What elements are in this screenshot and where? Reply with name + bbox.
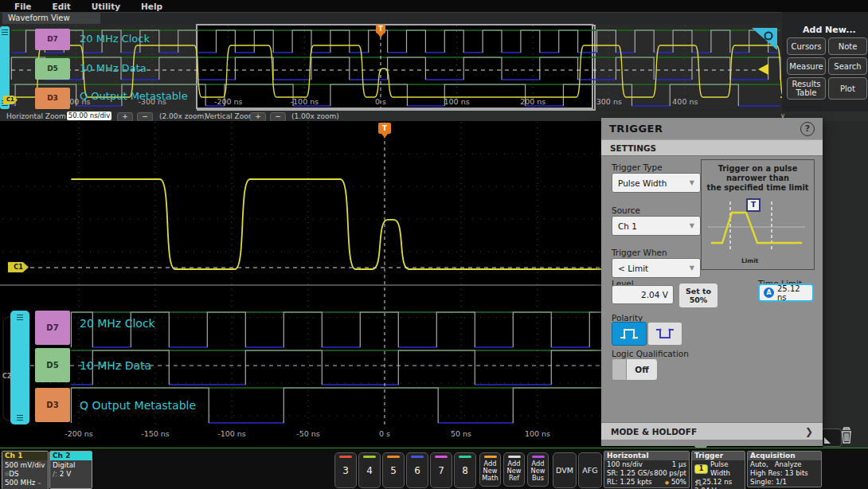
add-new-bus-button[interactable]: Add New Bus [527,452,549,487]
ch2-badge[interactable]: Ch 2 Digital ∕: 2 V [49,451,92,489]
dvm-button[interactable]: DVM [553,452,577,488]
ch1-bandwidth: 500 MHz [5,479,35,487]
d7-badge-main[interactable]: D7 [35,311,70,345]
acquisition-badge[interactable]: Acquisition Auto, Analyze High Res: 13 b… [747,451,822,487]
channel-7-button[interactable]: 7 [430,452,452,488]
add-cursors-button[interactable]: Cursors [787,37,826,55]
horizontal-badge[interactable]: Horizontal 100 ns/div1 µs SR: 1.25 GS/s8… [604,451,690,488]
menu-file[interactable]: File [14,2,32,11]
dvm-label: DVM [556,466,573,475]
digital-group-handle[interactable] [10,311,29,424]
channel-4-button[interactable]: 4 [358,452,381,488]
trigger-badge[interactable]: Trigger 1 Pulse Width < 25.12 ns 2.04 V [691,451,745,489]
add-results-table-button[interactable]: Results Table [787,77,826,100]
add-search-button[interactable]: Search [828,57,867,75]
ch1-coupling: DS [9,470,18,478]
afg-label: AFG [582,466,597,475]
hint-text: Trigger on a pulse narrower than [702,164,814,183]
math-color-stripe [484,456,497,458]
ch2-tag-main[interactable]: C2 [2,373,11,380]
add-note-button[interactable]: Note [828,37,867,55]
positive-pulse-icon [619,327,639,340]
trigger-position-marker-overview[interactable]: T [376,25,385,33]
logic-qualification-label: Logic Qualification [612,349,689,358]
logic-qualification-toggle[interactable] [612,358,628,381]
ch5-label: 5 [390,465,397,476]
a-trigger-badge-icon: A [764,288,774,298]
add-new-ref-button[interactable]: Add New Ref [503,452,525,487]
polarity-positive-button[interactable] [612,322,647,346]
label-clock-main[interactable]: 20 MHz Clock [80,317,155,330]
channel-8-button[interactable]: 8 [454,452,476,488]
add-measure-button[interactable]: Measure [787,57,826,75]
acq-highres: High Res: 13 bits [750,469,808,478]
settings-section-header: SETTINGS [601,139,823,156]
trigger-type-select[interactable]: Pulse Width ▼ [612,173,701,193]
grip-icon [2,29,8,35]
hzoom-minus-button[interactable]: − [137,112,153,122]
right-background-area [823,121,868,448]
zoom-window[interactable] [197,25,596,111]
add-new-title: Add New... [803,25,856,35]
source-select[interactable]: Ch 1 ▼ [612,216,701,236]
d5-badge-main[interactable]: D5 [35,348,70,382]
bandwidth-icon: ⌁ [37,480,41,487]
d3-badge-main[interactable]: D3 [35,388,70,422]
ch7-label: 7 [438,465,444,476]
menu-help[interactable]: Help [141,2,162,11]
trigger-position-marker-main[interactable]: T [378,123,391,134]
acq-single: Single: 1/1 [750,478,787,487]
ch1-badge[interactable]: Ch 1 500 mV/div ⌾DS 500 MHz ⌁ [2,451,49,489]
trigger-level-arrow[interactable] [758,64,768,75]
channel-5-button[interactable]: 5 [382,452,405,488]
ch2-mode: Digital [53,461,89,470]
label-clock-overview[interactable]: 20 MHz Clock [80,33,150,45]
menu-edit[interactable]: Edit [53,2,71,11]
logic-qualification-value[interactable]: Off [626,358,658,381]
ch8-label: 8 [462,465,468,476]
grip-icon [17,315,23,320]
label-data-main[interactable]: 10 MHz Data [80,359,151,372]
vzoom-minus-button[interactable]: − [270,112,286,122]
label-data-overview[interactable]: 10 MHz Data [80,62,147,74]
hzoom-plus-button[interactable]: + [117,112,133,122]
add-new-math-button[interactable]: Add New Math [479,452,501,487]
d3-badge-overview[interactable]: D3 [35,88,70,109]
annotation-button[interactable] [821,428,842,447]
h-recordlength: RL: 1.25 kpts [607,478,652,487]
label-q-main[interactable]: Q Output Metastable [80,399,196,412]
trigger-panel-title: TRIGGER [609,123,663,135]
polarity-negative-button[interactable] [647,322,682,346]
menu-bar: File Edit Utility Help [0,0,868,13]
channel-3-button[interactable]: 3 [334,452,357,488]
chevron-down-icon: ▼ [690,222,694,229]
menu-utility[interactable]: Utility [92,2,120,11]
trigger-when-select[interactable]: < Limit ▼ [612,258,701,278]
ch4-color-stripe [363,456,376,458]
ch6-label: 6 [414,465,420,476]
add-bus-label: Add New Bus [528,460,548,482]
mode-holdoff-section[interactable]: MODE & HOLDOFF ❯ [601,422,823,440]
level-input[interactable]: 2.04 V [612,285,674,304]
ch4-label: 4 [366,465,373,476]
hint-text: the specified time limit [702,183,814,193]
time-limit-input[interactable]: A 25.12 ns [758,284,814,302]
add-math-label: Add New Math [480,460,500,482]
help-icon[interactable]: ? [800,122,815,136]
tab-waveform-view[interactable]: Waveform View [2,13,100,24]
ch1-name: Ch 1 [2,452,48,460]
trigger-limit: < 25.12 ns [694,478,732,487]
source-value: Ch 1 [618,221,637,231]
label-q-overview[interactable]: Q Output Metastable [80,90,188,102]
d7-badge-overview[interactable]: D7 [35,29,70,50]
add-ref-label: Add New Ref [504,460,524,482]
bottom-status-bar: Ch 1 500 mV/div ⌾DS 500 MHz ⌁ Ch 2 Digit… [0,448,868,489]
vzoom-plus-button[interactable]: + [250,112,266,122]
d5-badge-overview[interactable]: D5 [35,58,70,80]
add-plot-button[interactable]: Plot [828,77,867,100]
trigger-title: Trigger [692,452,745,460]
horizontal-zoom-scale-input[interactable]: 50.00 ns/div [67,111,111,120]
afg-button[interactable]: AFG [578,452,602,488]
channel-6-button[interactable]: 6 [406,452,428,488]
set-to-50-button[interactable]: Set to 50% [678,283,718,308]
